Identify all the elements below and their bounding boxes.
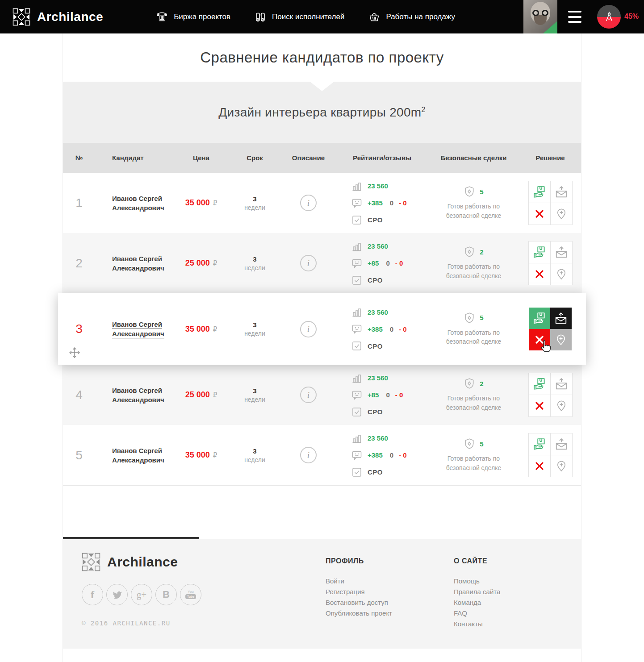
add-location-button[interactable] — [551, 395, 572, 416]
accept-deal-button[interactable] — [529, 433, 550, 455]
neutral-reviews: 0 — [386, 391, 389, 399]
nav-works-for-sale[interactable]: Работы на продажу — [368, 11, 455, 23]
positive-reviews: +385 — [368, 451, 383, 459]
accept-deal-button[interactable] — [529, 241, 550, 263]
send-message-button[interactable] — [550, 308, 572, 329]
price-value: 35 000 — [185, 325, 210, 334]
candidate-name-link[interactable]: Иванов Сергей Александрович — [112, 446, 173, 465]
price-currency: ₽ — [213, 391, 217, 399]
term-unit: недели — [244, 330, 265, 337]
brand-name: Archilance — [37, 10, 103, 24]
term-unit: недели — [244, 264, 265, 271]
reject-button[interactable] — [529, 329, 550, 350]
send-message-button[interactable] — [551, 241, 572, 263]
price: 25 000 ₽ — [185, 258, 217, 268]
hand-box-icon — [533, 185, 546, 199]
price-currency: ₽ — [213, 451, 217, 459]
reject-button[interactable] — [529, 263, 550, 285]
column-header-safe-deals: Безопасные сделки — [428, 154, 519, 162]
description-info-button[interactable]: i — [300, 321, 317, 337]
send-message-button[interactable] — [551, 373, 572, 395]
negative-reviews: - 0 — [399, 451, 407, 459]
term-value: 3 — [253, 321, 256, 329]
info-icon: i — [307, 258, 309, 268]
term-value: 3 — [253, 195, 256, 203]
column-header-candidate: Кандидат — [95, 154, 173, 162]
description-info-button[interactable]: i — [300, 195, 317, 211]
facebook-icon[interactable]: f — [82, 584, 103, 605]
footer-link-help[interactable]: Помощь — [454, 576, 500, 587]
send-mail-icon — [555, 185, 568, 199]
add-location-button[interactable] — [551, 455, 572, 477]
drag-handle-icon[interactable] — [69, 347, 80, 358]
footer-link-rules[interactable]: Правила сайта — [454, 587, 500, 597]
add-location-button[interactable] — [551, 203, 572, 225]
candidate-name-link[interactable]: Иванов Сергей Александрович — [112, 320, 173, 338]
top-navigation: Биржа проектов Поиск исполнителей — [156, 11, 455, 23]
feedback-bubble-icon — [351, 258, 362, 269]
twitter-icon[interactable] — [106, 584, 128, 605]
candidate-name-link[interactable]: Иванов Сергей Александрович — [112, 194, 173, 212]
accept-deal-button[interactable] — [529, 373, 550, 395]
user-avatar[interactable] — [523, 0, 557, 33]
safe-deals-text: Готов работать по безопасной сделке — [435, 394, 512, 412]
hand-box-icon — [533, 377, 546, 391]
feedback-bubble-icon — [351, 198, 362, 208]
footer-link-restore-access[interactable]: Востановить доступ — [326, 597, 392, 608]
table-header: № Кандидат Цена Срок Описание Рейтинги/о… — [63, 143, 581, 173]
compass-icon — [603, 11, 615, 23]
nav-project-exchange[interactable]: Биржа проектов — [156, 11, 230, 23]
footer-link-login[interactable]: Войти — [326, 576, 392, 587]
footer-link-faq[interactable]: FAQ — [454, 608, 500, 619]
reject-button[interactable] — [529, 455, 550, 477]
accept-deal-button[interactable] — [529, 181, 550, 203]
youtube-icon[interactable]: YouTube — [180, 584, 201, 605]
accept-deal-button[interactable] — [529, 308, 550, 329]
cross-icon — [535, 209, 544, 219]
footer-link-team[interactable]: Команда — [454, 597, 500, 608]
footer-link-register[interactable]: Регистрация — [326, 587, 392, 597]
table-row: 4 Иванов Сергей Александрович 25 000 ₽ 3 — [63, 365, 581, 425]
google-plus-icon[interactable]: g+ — [131, 584, 152, 605]
reject-button[interactable] — [529, 203, 550, 225]
vk-icon[interactable]: B — [155, 584, 177, 605]
feedback-bubble-icon — [351, 450, 362, 461]
footer-brand[interactable]: Archilance — [82, 553, 201, 571]
price-currency: ₽ — [213, 259, 217, 267]
main-content: Сравнение кандидатов по проекту Дизайн и… — [63, 33, 581, 662]
candidate-name-link[interactable]: Иванов Сергей Александрович — [112, 386, 173, 404]
brand-logo[interactable]: Archilance — [13, 8, 103, 26]
add-location-button[interactable] — [551, 263, 572, 285]
term-unit: недели — [244, 204, 265, 211]
nav-label: Работы на продажу — [386, 12, 455, 21]
table-row: 1 Иванов Сергей Александрович 35 000 ₽ 3 — [63, 173, 581, 233]
candidate-name-link[interactable]: Иванов Сергей Александрович — [112, 254, 173, 273]
table-row: 2 Иванов Сергей Александрович 25 000 ₽ 3 — [63, 233, 581, 293]
description-info-button[interactable]: i — [300, 447, 317, 463]
menu-icon[interactable] — [568, 11, 581, 23]
profile-progress-badge[interactable] — [597, 5, 621, 29]
reject-button[interactable] — [529, 395, 550, 416]
column-header-ratings: Рейтинги/отзывы — [336, 154, 428, 162]
sro-label: СРО — [368, 216, 383, 224]
views-count: 23 560 — [368, 308, 388, 316]
pin-plus-icon — [555, 268, 568, 280]
project-title-band: Дизайн интерьера квартиры 200m2 — [63, 82, 581, 143]
footer-column-title: ПРОФИЛЬ — [326, 557, 392, 565]
add-location-button[interactable] — [550, 329, 572, 350]
price: 35 000 ₽ — [185, 198, 217, 208]
description-info-button[interactable]: i — [300, 387, 317, 403]
send-message-button[interactable] — [551, 181, 572, 203]
footer-link-publish-project[interactable]: Опубликовать проект — [326, 608, 392, 619]
negative-reviews: - 0 — [395, 391, 403, 399]
reviews-rating-line: +385 0 - 0 — [351, 198, 407, 208]
sro-line: СРО — [351, 467, 383, 478]
shield-icon — [464, 438, 475, 450]
nav-label: Биржа проектов — [174, 12, 230, 21]
nav-search-performers[interactable]: Поиск исполнителей — [255, 11, 344, 23]
description-info-button[interactable]: i — [300, 255, 317, 271]
footer-link-contacts[interactable]: Контакты — [454, 619, 500, 629]
social-links: f g+ B YouTube — [82, 584, 201, 605]
checkbox-icon — [351, 407, 362, 417]
send-message-button[interactable] — [551, 433, 572, 455]
